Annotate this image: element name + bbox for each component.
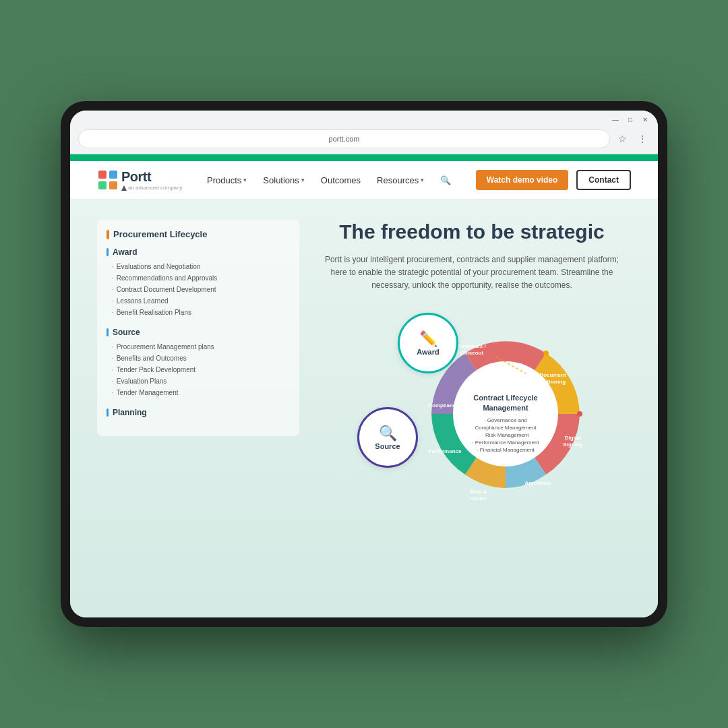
svg-rect-3 — [109, 181, 117, 189]
award-section-title: Award — [107, 247, 290, 257]
svg-text:Performance: Performance — [429, 448, 462, 454]
planning-section-title: Planning — [107, 408, 290, 417]
lifecycle-planning-section: Planning — [107, 408, 290, 417]
browser-chrome: — □ ✕ portt.com ☆ ⋮ — [70, 111, 658, 154]
list-item: Lessons Learned — [112, 295, 290, 307]
browser-window: — □ ✕ portt.com ☆ ⋮ — [70, 111, 658, 617]
nav-products[interactable]: Products ▾ — [207, 175, 247, 185]
list-item: Benefits and Outcomes — [112, 353, 290, 364]
source-items: Procurement Management plans Benefits an… — [107, 341, 290, 398]
svg-text:Digital: Digital — [565, 435, 581, 441]
list-item: Procurement Management plans — [112, 341, 290, 353]
svg-point-24 — [543, 351, 549, 356]
source-circle: 🔍 Source — [357, 407, 418, 468]
lifecycle-award-section: Award Evaluations and Negotiation Recomm… — [107, 247, 290, 318]
chevron-down-icon: ▾ — [243, 177, 247, 183]
list-item: Recommendations and Approvals — [112, 272, 290, 284]
nav-solutions[interactable]: Solutions ▾ — [263, 175, 304, 185]
svg-text:· Financial Management: · Financial Management — [477, 447, 535, 453]
award-label: Award — [417, 348, 439, 356]
lifecycle-panel: Procurement Lifecycle Award Evaluations … — [97, 220, 299, 617]
monitor-frame: — □ ✕ portt.com ☆ ⋮ — [61, 101, 667, 627]
svg-text:· Performance Management: · Performance Management — [472, 439, 539, 446]
svg-text:Issues: Issues — [471, 495, 487, 502]
svg-point-25 — [577, 411, 582, 417]
hero-subtitle: Portt is your intelligent procurement, c… — [324, 253, 620, 293]
svg-text:Document: Document — [539, 372, 566, 378]
chevron-down-icon: ▾ — [421, 177, 424, 183]
nav-search-icon[interactable]: 🔍 — [440, 175, 451, 185]
svg-text:· Governance and: · Governance and — [484, 417, 527, 423]
svg-rect-0 — [98, 171, 107, 179]
svg-text:Management: Management — [483, 404, 528, 412]
svg-text:Approvals: Approvals — [524, 480, 551, 486]
svg-rect-2 — [98, 181, 107, 189]
titlebar: — □ ✕ — [70, 111, 658, 127]
nav-links: Products ▾ Solutions ▾ Outcomes Resource… — [207, 175, 451, 185]
svg-marker-4 — [121, 185, 127, 191]
logo-name: Portt — [121, 169, 183, 185]
hero-title: The freedom to be strategic — [339, 220, 604, 244]
list-item: Contract Document Development — [112, 284, 290, 295]
nav-actions: Watch demo video Contact — [476, 170, 631, 190]
svg-text:Risk &: Risk & — [471, 489, 487, 495]
list-item: Evaluations and Negotiation — [112, 261, 290, 272]
lifecycle-title: Procurement Lifecycle — [107, 229, 290, 239]
browser-toolbar: portt.com ☆ ⋮ — [70, 127, 658, 154]
minimize-button[interactable]: — — [611, 115, 620, 124]
chevron-down-icon: ▾ — [301, 177, 305, 183]
menu-icon[interactable]: ⋮ — [635, 132, 650, 146]
close-button[interactable]: ✕ — [640, 115, 650, 124]
svg-text:Compliance: Compliance — [428, 402, 459, 408]
main-navigation: Portt an advanced company Products ▾ Sol… — [70, 161, 658, 200]
hero-center: The freedom to be strategic Portt is you… — [313, 220, 631, 617]
svg-text:Compliance Management: Compliance Management — [475, 425, 537, 431]
award-items: Evaluations and Negotiation Recommendati… — [107, 261, 290, 318]
svg-text:Authoring: Authoring — [540, 379, 566, 385]
award-icon: ✏️ — [419, 330, 437, 348]
svg-text:Closeout: Closeout — [460, 350, 484, 356]
logo-icon — [97, 169, 119, 191]
list-item: Tender Management — [112, 387, 290, 398]
list-item: Benefit Realisation Plans — [112, 307, 290, 318]
svg-text:Contract Lifecycle: Contract Lifecycle — [473, 394, 537, 402]
watch-demo-button[interactable]: Watch demo video — [476, 170, 569, 190]
maximize-button[interactable]: □ — [626, 115, 635, 124]
contract-lifecycle-diagram: ✏️ Award 🔍 Source — [344, 306, 600, 522]
list-item: Tender Pack Development — [112, 364, 290, 375]
nav-outcomes[interactable]: Outcomes — [321, 175, 361, 185]
brand-stripe — [70, 154, 658, 161]
source-icon: 🔍 — [379, 425, 397, 442]
bookmark-icon[interactable]: ☆ — [615, 132, 630, 146]
lifecycle-source-section: Source Procurement Management plans Bene… — [107, 328, 290, 398]
address-bar[interactable]: portt.com — [78, 129, 610, 148]
svg-text:Renewals /: Renewals / — [458, 343, 486, 349]
logo-text-area: Portt an advanced company — [121, 169, 183, 191]
nav-resources[interactable]: Resources ▾ — [377, 175, 424, 185]
award-circle: ✏️ Award — [398, 313, 458, 373]
svg-rect-1 — [109, 171, 117, 179]
svg-text:· Risk Management: · Risk Management — [483, 432, 530, 438]
website-content: Portt an advanced company Products ▾ Sol… — [70, 161, 658, 617]
source-label: Source — [375, 442, 400, 450]
address-text: portt.com — [329, 135, 360, 143]
source-section-title: Source — [107, 328, 290, 337]
logo[interactable]: Portt an advanced company — [97, 169, 183, 191]
svg-text:Signing: Signing — [563, 442, 582, 448]
advanced-icon — [121, 185, 127, 191]
list-item: Evaluation Plans — [112, 375, 290, 387]
hero-section: Procurement Lifecycle Award Evaluations … — [70, 200, 658, 617]
contact-button[interactable]: Contact — [576, 170, 631, 190]
logo-tagline: an advanced company — [121, 185, 183, 191]
